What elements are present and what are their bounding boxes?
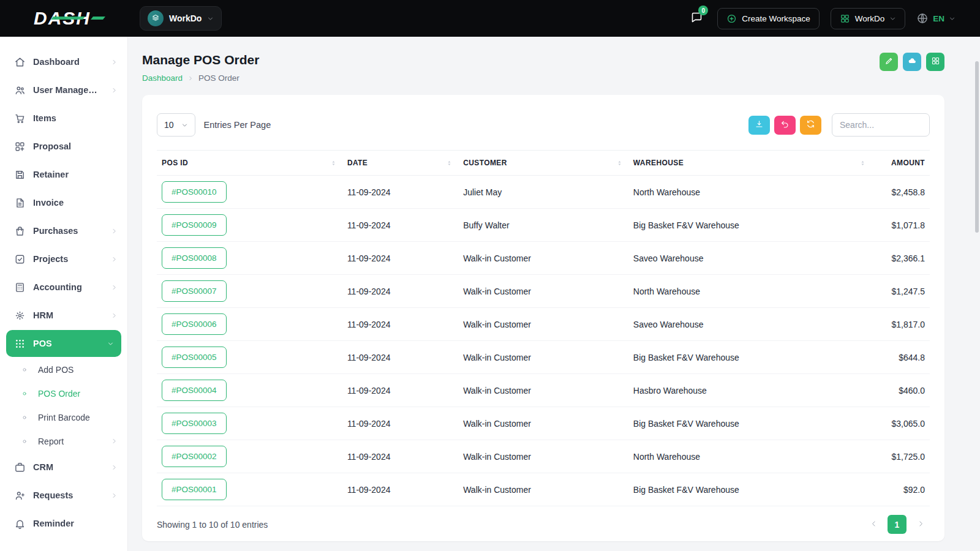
- pagination-prev-button[interactable]: [864, 515, 883, 534]
- pos-id-link[interactable]: #POS00007: [162, 280, 227, 302]
- warehouse-cell: Saveo Warehouse: [628, 308, 872, 341]
- sidebar-item-hrm[interactable]: HRM: [0, 301, 127, 329]
- column-label: DATE: [347, 159, 368, 167]
- column-header-pos-id[interactable]: POS ID: [157, 151, 342, 176]
- sidebar-item-label: Projects: [33, 254, 104, 264]
- column-header-warehouse[interactable]: WAREHOUSE: [628, 151, 872, 176]
- sidebar-item-label: HRM: [33, 310, 104, 320]
- customer-cell: Walk-in Customer: [458, 473, 628, 506]
- purchases-icon: [13, 225, 26, 237]
- warehouse-cell: Big Basket F&V Warehouse: [628, 407, 872, 440]
- breadcrumb-dashboard-link[interactable]: Dashboard: [142, 73, 183, 83]
- sidebar-item-reminder[interactable]: Reminder: [0, 509, 127, 538]
- sidebar-item-accounting[interactable]: Accounting: [0, 273, 127, 301]
- workspace-selector[interactable]: WorkDo: [140, 6, 222, 31]
- pos-id-link[interactable]: #POS00003: [162, 413, 227, 434]
- pagination: 1: [864, 515, 930, 534]
- pos-id-link[interactable]: #POS00005: [162, 347, 227, 368]
- sort-icon[interactable]: [616, 159, 624, 167]
- warehouse-cell: Big Basket F&V Warehouse: [628, 473, 872, 506]
- amount-cell: $1,817.0: [872, 308, 930, 341]
- sort-icon[interactable]: [445, 159, 453, 167]
- sidebar-item-label: Retainer: [33, 170, 118, 179]
- pos-id-link[interactable]: #POS00010: [162, 181, 227, 203]
- workspace-avatar: [148, 10, 164, 26]
- card-toolbar: 10 Entries Per Page: [157, 113, 930, 137]
- pos-id-link[interactable]: #POS00001: [162, 479, 227, 500]
- sort-icon[interactable]: [859, 159, 867, 167]
- sidebar-item-projects[interactable]: Projects: [0, 245, 127, 273]
- language-selector[interactable]: EN: [916, 12, 956, 24]
- sidebar-item-label: Accounting: [33, 282, 104, 292]
- pencil-icon: [884, 56, 894, 67]
- sidebar-item-proposal[interactable]: Proposal: [0, 132, 127, 160]
- customer-cell: Walk-in Customer: [458, 308, 628, 341]
- proposal-icon: [13, 140, 26, 152]
- pagination-page-button[interactable]: 1: [888, 515, 907, 534]
- sidebar-item-report[interactable]: Report: [0, 429, 127, 453]
- table-row: #POS0000911-09-2024Buffy WalterBig Baske…: [157, 209, 930, 242]
- export-button[interactable]: [748, 116, 770, 135]
- date-cell: 11-09-2024: [342, 275, 458, 308]
- amount-cell: $2,366.1: [872, 242, 930, 275]
- projects-icon: [13, 253, 26, 265]
- pos-id-link[interactable]: #POS00008: [162, 247, 227, 269]
- column-header-customer[interactable]: CUSTOMER: [458, 151, 628, 176]
- column-header-date[interactable]: DATE: [342, 151, 458, 176]
- reset-button[interactable]: [774, 116, 796, 135]
- pos-order-card: 10 Entries Per Page POS IDDATECUSTOMERWA…: [142, 95, 944, 541]
- sidebar-item-retainer[interactable]: Retainer: [0, 160, 127, 189]
- table-row: #POS0000711-09-2024Walk-in CustomerNorth…: [157, 275, 930, 308]
- home-icon: [13, 56, 26, 68]
- scrollbar[interactable]: [975, 61, 979, 233]
- card-footer: Showing 1 to 10 of 10 entries 1: [157, 515, 930, 534]
- sidebar-item-requests[interactable]: Requests: [0, 481, 127, 509]
- sidebar-item-add-pos[interactable]: Add POS: [0, 358, 127, 381]
- pos-orders-table: POS IDDATECUSTOMERWAREHOUSEAMOUNT #POS00…: [157, 150, 930, 506]
- refresh-button[interactable]: [800, 116, 821, 135]
- table-row: #POS0000511-09-2024Walk-in CustomerBig B…: [157, 341, 930, 374]
- sidebar-item-dashboard[interactable]: Dashboard: [0, 48, 127, 76]
- column-label: CUSTOMER: [463, 159, 507, 167]
- notification-badge: 0: [698, 6, 708, 15]
- messages-button[interactable]: 0: [687, 9, 706, 28]
- showing-entries-text: Showing 1 to 10 of 10 entries: [157, 520, 268, 530]
- create-workspace-button[interactable]: Create Workspace: [717, 8, 820, 29]
- search-input[interactable]: [832, 113, 930, 137]
- stack-icon: [151, 13, 160, 24]
- sidebar-item-pos[interactable]: POS: [6, 330, 121, 357]
- page-action-edit-button[interactable]: [880, 53, 898, 71]
- sidebar-item-label: Report: [38, 437, 104, 446]
- grid-icon: [931, 56, 940, 67]
- table-row: #POS0000311-09-2024Walk-in CustomerBig B…: [157, 407, 930, 440]
- undo-icon: [780, 119, 790, 130]
- pagination-next-button[interactable]: [911, 515, 930, 534]
- page-action-cloud-button[interactable]: [903, 53, 921, 71]
- page-action-grid-button[interactable]: [926, 53, 944, 71]
- sidebar-item-user-management[interactable]: User Management: [0, 76, 127, 104]
- sidebar-item-items[interactable]: Items: [0, 104, 127, 132]
- sidebar-item-purchases[interactable]: Purchases: [0, 217, 127, 245]
- chevron-right-icon: [111, 256, 118, 263]
- customer-cell: Walk-in Customer: [458, 242, 628, 275]
- plus-circle-icon: [726, 13, 737, 24]
- chevron-right-icon: [111, 464, 118, 471]
- reminder-icon: [13, 517, 26, 530]
- pos-id-link[interactable]: #POS00006: [162, 313, 227, 335]
- sort-icon[interactable]: [330, 159, 337, 167]
- pos-id-link[interactable]: #POS00009: [162, 214, 227, 236]
- sidebar-item-pos-order[interactable]: POS Order: [0, 381, 127, 405]
- pos-id-link[interactable]: #POS00002: [162, 446, 227, 467]
- column-label: AMOUNT: [891, 159, 925, 167]
- grid-icon: [840, 13, 850, 24]
- date-cell: 11-09-2024: [342, 209, 458, 242]
- date-cell: 11-09-2024: [342, 440, 458, 473]
- workdo-menu-button[interactable]: WorkDo: [831, 8, 906, 29]
- page-actions: [880, 53, 944, 71]
- entries-per-page-select[interactable]: 10: [157, 113, 195, 137]
- sidebar-item-crm[interactable]: CRM: [0, 453, 127, 481]
- chevron-right-icon: [111, 284, 118, 291]
- sidebar-item-print-barcode[interactable]: Print Barcode: [0, 405, 127, 429]
- pos-id-link[interactable]: #POS00004: [162, 380, 227, 401]
- sidebar-item-invoice[interactable]: Invoice: [0, 189, 127, 217]
